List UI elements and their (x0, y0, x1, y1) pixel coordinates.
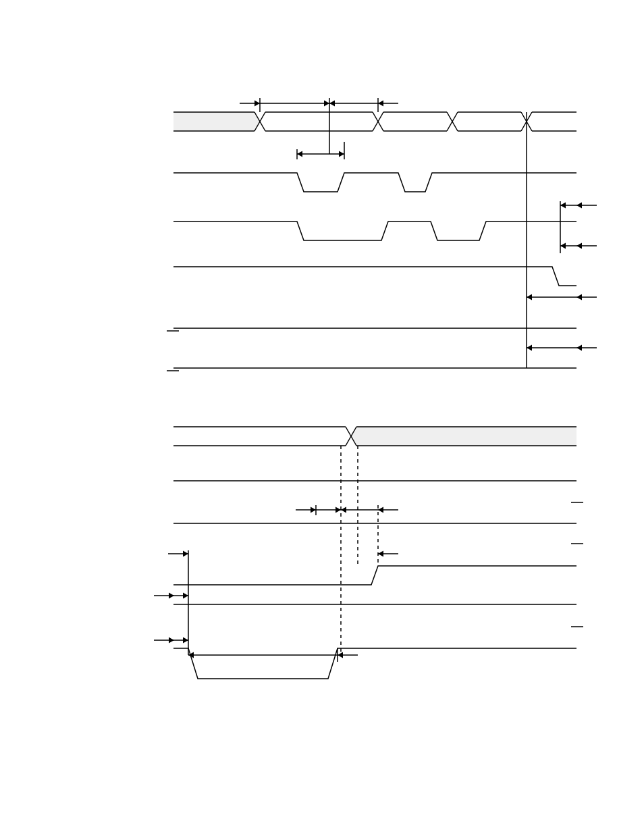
arrowhead (378, 551, 383, 557)
bus-shaded (173, 112, 260, 131)
arrowhead (576, 203, 582, 209)
arrowhead (339, 151, 344, 157)
dim-bot-5 (154, 637, 188, 644)
dim-top-1 (240, 101, 329, 107)
dim-top-r4 (527, 345, 597, 351)
dim-top-2 (329, 101, 398, 107)
arrowhead (576, 243, 582, 249)
arrowhead (183, 637, 188, 644)
arrowhead (324, 101, 329, 107)
arrowhead (527, 294, 532, 301)
dim-top-r3 (527, 294, 597, 301)
timing-svg (0, 0, 644, 834)
arrowhead (183, 551, 188, 557)
arrowhead (576, 345, 582, 351)
dim-bot-2 (341, 507, 398, 513)
arrowhead (297, 151, 302, 157)
arrowhead (169, 637, 174, 644)
dim-top-r1 (560, 203, 597, 209)
timing-diagram (0, 0, 644, 834)
sig-top-a (173, 173, 576, 192)
arrowhead (527, 345, 532, 351)
arrowhead (254, 101, 260, 107)
dim-bot-1 (296, 507, 341, 513)
arrowhead (378, 507, 383, 513)
arrowhead (311, 507, 316, 513)
sig-bot-e (173, 648, 576, 679)
arrowhead (378, 101, 383, 107)
sig-bot-c (173, 566, 576, 585)
dim-top-r2 (560, 243, 597, 249)
sig-top-c (173, 267, 576, 286)
dim-bot-4 (154, 593, 188, 599)
arrowhead (560, 203, 566, 209)
dim-bot-3 (168, 551, 398, 557)
section-top (167, 98, 597, 371)
arrowhead (169, 593, 174, 599)
dim-top-3 (297, 151, 344, 157)
arrowhead (329, 101, 335, 107)
dim-bot-6 (188, 652, 358, 658)
bus-shaded (351, 427, 576, 446)
section-bottom (154, 427, 583, 679)
arrowhead (183, 593, 188, 599)
arrowhead (336, 507, 341, 513)
sig-top-b (173, 221, 576, 240)
arrowhead (341, 507, 346, 513)
arrowhead (576, 294, 582, 301)
arrowhead (560, 243, 566, 249)
arrowhead (338, 652, 343, 658)
